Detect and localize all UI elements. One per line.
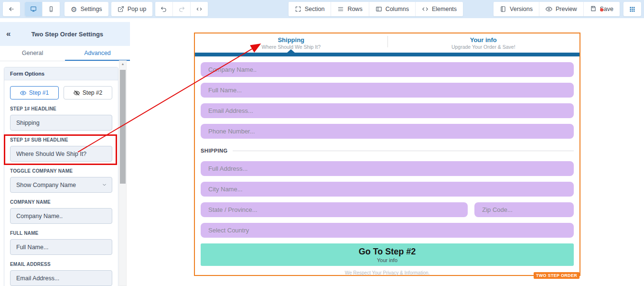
rows-button[interactable]: Rows [331,2,368,16]
shipping-section-label: SHIPPING [201,148,228,154]
step1-subheadline-label: STEP 1# SUB HEADLINE [10,137,112,143]
phone-icon [48,6,54,12]
publish-group: Versions Preview Save [494,2,620,16]
preview-button[interactable]: Preview [539,2,583,16]
history-group [155,2,208,16]
full-name-label: FULL NAME [10,231,112,236]
mobile-view-button[interactable] [42,2,60,16]
full-name-setting-input[interactable] [10,239,112,255]
go-button-title: Go To Step #2 [201,247,574,257]
step-tab-your-info[interactable]: Your info Upgrade Your Order & Save! [387,36,580,53]
zip-code-field[interactable] [474,202,574,217]
undo-icon [161,6,167,12]
collapse-sidebar-icon[interactable]: « [6,29,11,39]
section-divider-line [233,151,574,151]
go-button-subtitle: Your info [201,257,574,263]
versions-button[interactable]: Versions [494,2,539,16]
step-progress-bar [195,53,580,56]
tab-advanced[interactable]: Advanced [65,46,130,61]
phone-number-field[interactable] [201,124,574,139]
elements-button[interactable]: Elements [415,2,463,16]
step-2-label: Step #2 [83,89,102,96]
grid-icon [629,6,636,13]
active-step-pointer [287,49,295,53]
rows-label: Rows [347,6,362,12]
rows-icon [337,6,344,12]
step-title: Your info [387,36,580,44]
company-name-field[interactable] [201,62,574,77]
state-province-field[interactable] [201,202,468,217]
eye-icon [546,6,552,12]
step-2-toggle-button[interactable]: Step #2 [64,86,112,99]
go-to-step-2-button[interactable]: Go To Step #2 Your info [201,243,574,266]
step-1-label: Step #1 [29,89,49,96]
sidebar-title: Two Step Order Settings [11,31,124,38]
code-button[interactable] [190,2,208,16]
two-step-order-badge: TWO STEP ORDER [534,272,580,279]
editor-screen: ⚙ Settings Pop up [0,0,644,286]
company-name-setting-input[interactable] [10,208,112,224]
step1-headline-input[interactable] [10,115,112,131]
device-toggle-group [25,2,60,16]
sidebar-header: « Two Step Order Settings [0,22,130,46]
section-label: Section [305,6,325,12]
save-icon [590,5,597,13]
full-address-field[interactable] [201,161,574,176]
sidebar-tabs: General Advanced [0,46,130,61]
panel-title: Form Options [4,67,118,80]
email-address-setting-input[interactable] [10,270,112,286]
form-options-panel: Form Options Step #1 Step #2 STEP 1# HEA… [4,67,118,286]
desktop-view-button[interactable] [25,2,42,16]
versions-icon [500,6,506,12]
toggle-company-name-label: TOGGLE COMPANY NAME [10,168,112,174]
scrollbar-up-arrow[interactable]: ▲ [119,61,126,67]
step1-headline-label: STEP 1# HEADLINE [10,106,112,111]
popup-button[interactable]: Pop up [111,2,153,16]
toggle-company-name-value: Show Company Name [16,182,76,188]
columns-button[interactable]: Columns [369,2,415,16]
elements-code-icon [422,6,429,12]
code-icon [196,6,203,12]
arrow-left-icon [8,6,15,12]
step-title: Shipping [195,36,387,44]
chevron-down-icon [102,182,107,187]
gear-icon: ⚙ [71,6,77,13]
shipping-section-header: SHIPPING [201,148,574,154]
unsaved-changes-dot [600,8,603,11]
scrollbar-thumb[interactable] [120,70,126,184]
columns-icon [376,6,382,12]
columns-label: Columns [386,6,409,12]
sidebar-scrollbar: ▲ [119,60,127,286]
settings-sidebar: « Two Step Order Settings General Advanc… [0,18,130,286]
email-address-field[interactable] [201,103,574,118]
city-name-field[interactable] [201,182,574,197]
structure-group: Section Rows Columns Elements [289,2,463,16]
eye-icon [20,90,26,96]
step1-subheadline-input[interactable] [10,146,112,162]
external-link-icon [118,6,124,12]
toggle-company-name-select[interactable]: Show Company Name [10,177,112,193]
settings-label: Settings [80,6,102,12]
save-button[interactable]: Save [583,2,620,16]
email-address-label: EMAIL ADDRESS [10,262,112,267]
tab-general[interactable]: General [0,46,65,61]
eye-off-icon [74,90,80,96]
popup-label: Pop up [128,6,147,12]
redo-button[interactable] [172,2,190,16]
step-tab-divider [387,36,388,47]
company-name-label: COMPANY NAME [10,199,112,205]
preview-label: Preview [556,6,577,12]
redo-icon [178,6,185,12]
step-subtitle: Upgrade Your Order & Save! [387,44,580,50]
section-button[interactable]: Section [289,2,331,16]
section-icon [295,6,301,12]
step-1-toggle-button[interactable]: Step #1 [10,86,59,99]
settings-button[interactable]: ⚙ Settings [64,2,108,16]
two-step-order-form: Shipping Where Should We Ship It? Your i… [194,33,580,276]
select-country-field[interactable] [201,223,574,238]
top-toolbar: ⚙ Settings Pop up [0,0,644,18]
full-name-field[interactable] [201,83,574,98]
back-button[interactable] [3,2,20,16]
apps-grid-button[interactable] [623,2,641,16]
undo-button[interactable] [155,2,172,16]
